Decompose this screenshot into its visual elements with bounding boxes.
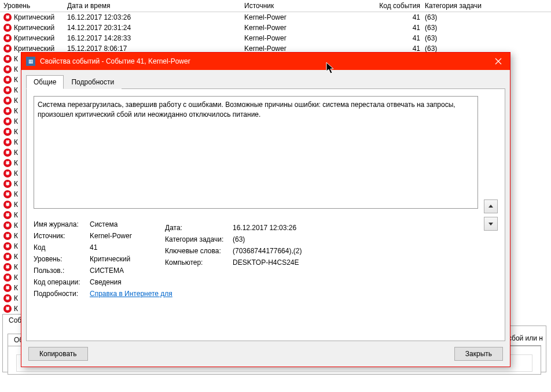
level-cell: К	[14, 149, 18, 157]
keywords-value: (70368744177664),(2)	[233, 247, 302, 255]
tab-general[interactable]: Общие	[26, 75, 64, 89]
level-cell: Критический	[14, 45, 54, 53]
level-cell: К	[14, 138, 18, 146]
header-level[interactable]: Уровень	[3, 2, 67, 10]
tab-strip: Общие Подробности	[26, 75, 505, 89]
content-panel: Система перезагрузилась, завершив работу…	[26, 89, 505, 341]
date-label: Дата:	[165, 224, 226, 232]
header-date[interactable]: Дата и время	[67, 2, 244, 10]
category-label: Категория задачи:	[165, 235, 226, 243]
close-icon[interactable]	[487, 53, 510, 70]
log-label: Имя журнала:	[34, 220, 83, 228]
level-cell: К	[14, 242, 18, 250]
level-cell: Критический	[14, 13, 54, 21]
source-cell: Kernel-Power	[244, 45, 373, 53]
level-cell: К	[14, 180, 18, 188]
source-cell: Kernel-Power	[244, 24, 373, 32]
source-label: Источник:	[34, 232, 83, 240]
level-label: Уровень:	[34, 255, 83, 263]
event-details-grid: Имя журнала: Система Источник: Kernel-Po…	[34, 220, 478, 298]
level-cell: К	[14, 284, 18, 292]
category-cell: (63)	[420, 13, 484, 21]
titlebar-text: Свойства событий - Событие 41, Kernel-Po…	[40, 57, 487, 65]
opcode-label: Код операции:	[34, 278, 83, 286]
code-cell: 41	[373, 34, 420, 42]
level-cell: К	[14, 97, 18, 105]
error-icon	[3, 221, 12, 230]
error-icon	[3, 294, 12, 302]
category-cell: (63)	[420, 45, 484, 53]
table-row[interactable]: Критический16.12.2017 12:03:26Kernel-Pow…	[0, 12, 551, 23]
level-cell: К	[14, 117, 18, 125]
level-cell: К	[14, 159, 18, 167]
date-cell: 14.12.2017 20:31:24	[67, 24, 244, 32]
error-icon	[3, 45, 12, 53]
error-icon	[3, 138, 12, 146]
error-icon	[3, 34, 12, 42]
level-cell: К	[14, 190, 18, 198]
date-value: 16.12.2017 12:03:26	[233, 224, 302, 232]
code-label: Код	[34, 243, 83, 252]
computer-value: DESKTOP-H4CS24E	[233, 258, 302, 267]
error-icon	[3, 305, 12, 313]
details-label: Подробности:	[34, 290, 83, 298]
category-cell: (63)	[420, 34, 484, 42]
keywords-label: Ключевые слова:	[165, 247, 226, 255]
user-label: Пользов.:	[34, 267, 83, 275]
level-cell: Критический	[14, 34, 54, 42]
error-icon	[3, 284, 12, 292]
app-icon: ▦	[26, 57, 35, 66]
nav-down-button[interactable]	[484, 217, 498, 231]
level-cell: К	[14, 169, 18, 177]
error-icon	[3, 149, 12, 157]
tab-details[interactable]: Подробности	[64, 75, 122, 89]
code-cell: 41	[373, 24, 420, 32]
header-source[interactable]: Источник	[244, 2, 373, 10]
error-icon	[3, 211, 12, 219]
table-row[interactable]: Критический14.12.2017 20:31:24Kernel-Pow…	[0, 23, 551, 33]
date-cell: 15.12.2017 8:06:17	[67, 45, 244, 53]
level-cell: К	[14, 86, 18, 94]
table-row[interactable]: Критический16.12.2017 14:28:33Kernel-Pow…	[0, 33, 551, 43]
category-value: (63)	[233, 235, 302, 243]
error-icon	[3, 242, 12, 250]
help-link[interactable]: Справка в Интернете для	[90, 290, 172, 298]
error-icon	[3, 263, 12, 271]
error-icon	[3, 107, 12, 115]
source-value: Kernel-Power	[90, 232, 153, 240]
log-value: Система	[90, 220, 153, 228]
level-cell: К	[14, 65, 18, 73]
event-description[interactable]: Система перезагрузилась, завершив работу…	[34, 96, 478, 209]
error-icon	[3, 128, 12, 136]
level-cell: К	[14, 107, 18, 115]
error-icon	[3, 76, 12, 84]
level-cell: К	[14, 294, 18, 302]
header-code[interactable]: Код события	[373, 2, 420, 10]
error-icon	[3, 86, 12, 94]
button-row: Копировать Закрыть	[26, 341, 505, 362]
error-icon	[3, 24, 12, 32]
level-cell: К	[14, 253, 18, 261]
user-value: СИСТЕМА	[90, 267, 153, 275]
error-icon	[3, 190, 12, 198]
error-icon	[3, 13, 12, 21]
level-cell: Критический	[14, 24, 54, 32]
error-icon	[3, 159, 12, 167]
computer-label: Компьютер:	[165, 258, 226, 267]
level-cell: К	[14, 232, 18, 240]
error-icon	[3, 117, 12, 125]
error-icon	[3, 55, 12, 63]
level-cell: К	[14, 273, 18, 282]
titlebar[interactable]: ▦ Свойства событий - Событие 41, Kernel-…	[21, 53, 510, 70]
copy-button[interactable]: Копировать	[28, 347, 88, 361]
header-category[interactable]: Категория задачи	[420, 2, 484, 10]
source-cell: Kernel-Power	[244, 34, 373, 42]
level-cell: К	[14, 76, 18, 84]
code-cell: 41	[373, 13, 420, 21]
level-cell: К	[14, 221, 18, 230]
nav-up-button[interactable]	[484, 199, 498, 213]
close-button[interactable]: Закрыть	[454, 347, 503, 361]
code-cell: 41	[373, 45, 420, 53]
level-cell: К	[14, 305, 18, 313]
table-header: Уровень Дата и время Источник Код событи…	[0, 0, 551, 12]
